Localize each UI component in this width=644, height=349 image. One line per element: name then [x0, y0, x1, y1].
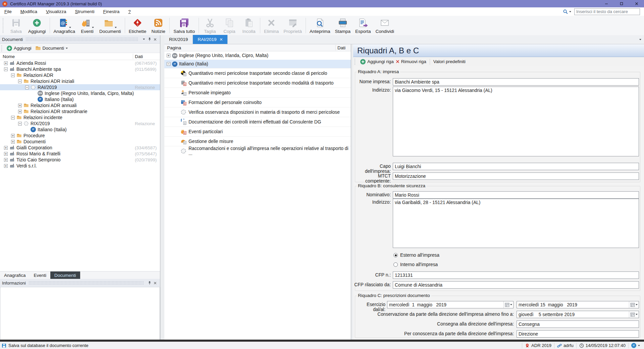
search-input[interactable]: [574, 8, 640, 15]
add-row-button[interactable]: Aggiungi riga: [360, 59, 394, 64]
menu-modifica[interactable]: Modifica: [16, 7, 42, 16]
tab-eventi[interactable]: Eventi: [30, 271, 51, 279]
taglia-button[interactable]: Taglia: [200, 17, 220, 35]
etichette-button[interactable]: Etichette: [126, 17, 149, 35]
expander-icon[interactable]: +: [4, 152, 8, 156]
tree-row[interactable]: +Tizio Caio Sempronio(020/7899): [0, 157, 160, 163]
page-row[interactable]: Personale impiegato: [164, 88, 351, 97]
tree-row[interactable]: ITItaliano (Italia): [0, 127, 160, 133]
expander-icon[interactable]: −: [18, 122, 22, 126]
toolbar-grip[interactable]: [355, 59, 357, 65]
expander-icon[interactable]: +: [4, 146, 8, 150]
tree-row[interactable]: +Rossi Mario & Fratelli(075/5647): [0, 151, 160, 157]
menu-visualizza[interactable]: Visualizza: [42, 7, 71, 16]
search-button[interactable]: [561, 9, 573, 15]
calendar-button[interactable]: [629, 301, 639, 308]
tree-row[interactable]: −Bianchi Ambiente spa(011/5699): [0, 66, 160, 72]
minimize-button[interactable]: [599, 0, 614, 7]
tree-row[interactable]: +Azienda Rossi(067/4597): [0, 60, 160, 66]
page-row[interactable]: Quantitativo merci pericolose trasportat…: [164, 68, 351, 78]
tree-row[interactable]: −Relazioni ADR: [0, 72, 160, 78]
tab-anagrafica[interactable]: Anagrafica: [0, 271, 30, 279]
expander-icon[interactable]: +: [4, 61, 8, 65]
tree-row[interactable]: +Relazioni ADR annuali: [0, 102, 160, 108]
chevron-down-icon[interactable]: [115, 27, 117, 28]
consegna-field[interactable]: Consegna: [517, 320, 639, 328]
tree-row[interactable]: +Documenti: [0, 139, 160, 145]
expander-icon[interactable]: −: [11, 73, 15, 77]
language-row-selected[interactable]: − IT Italiano (Italia): [164, 60, 351, 68]
column-dati[interactable]: Dati: [135, 54, 143, 59]
condividi-button[interactable]: Condividi: [373, 17, 397, 35]
tree-row[interactable]: −RIX/2019Relazione: [0, 120, 160, 127]
indirizzo-a-field[interactable]: via Giacomo Verdi, 15 - 15121 Alessandri…: [393, 87, 639, 156]
panel-splitter[interactable]: [160, 35, 164, 340]
proprieta-button[interactable]: Proprietà: [281, 17, 304, 35]
tree-row[interactable]: +Gialli Corporation(334/6587): [0, 145, 160, 151]
tree-row[interactable]: +Procedure: [0, 133, 160, 139]
menu-help[interactable]: ?: [124, 7, 135, 16]
nome-impresa-field[interactable]: Bianchi Ambiente spa: [393, 78, 639, 86]
chevron-down-icon[interactable]: [69, 27, 71, 28]
expander-icon[interactable]: +: [11, 140, 15, 144]
tree-row[interactable]: −Relazioni ADR iniziali: [0, 78, 160, 84]
conservazione-field[interactable]: giovedì 5 settembre 2019: [517, 311, 639, 318]
expander-icon[interactable]: +: [18, 110, 22, 113]
menu-strumenti[interactable]: Strumenti: [71, 7, 99, 16]
documents-dropdown[interactable]: Documenti: [35, 45, 68, 51]
capo-impresa-field[interactable]: Luigi Bianchi: [393, 163, 639, 170]
toolbar-grip[interactable]: [3, 18, 5, 33]
expander-icon[interactable]: −: [25, 86, 29, 89]
close-icon[interactable]: [152, 280, 158, 286]
cfp-field[interactable]: 1213131: [393, 271, 639, 279]
notizie-button[interactable]: Notizie: [149, 17, 168, 35]
copia-button[interactable]: Copia: [220, 17, 239, 35]
expander-icon[interactable]: +: [18, 104, 22, 107]
expander-icon[interactable]: −: [18, 80, 22, 83]
page-row[interactable]: Documentazione dei controlli interni eff…: [164, 117, 351, 127]
tree-header[interactable]: Nome Dati: [0, 53, 160, 60]
close-tab-icon[interactable]: [220, 38, 223, 41]
user-indicator[interactable]: adrfu: [554, 343, 576, 348]
calendar-button[interactable]: [503, 301, 513, 308]
expander-icon[interactable]: +: [11, 134, 15, 138]
tab-rix-2019[interactable]: RIX/2019: [164, 35, 193, 44]
tree-row[interactable]: +Verdi s.r.l.: [0, 163, 160, 169]
language-row[interactable]: + EN Inglese (Regno Unito, Irlanda, Cipr…: [164, 51, 351, 60]
radio-interno[interactable]: Interno all'impresa: [393, 262, 438, 267]
tab-rai-2019[interactable]: RAI/2019: [193, 35, 227, 44]
tab-documenti[interactable]: Documenti: [50, 271, 80, 279]
page-row[interactable]: Verifica osservanza disposizioni in mate…: [164, 107, 351, 117]
page-row[interactable]: Formazione del personale coinvolto: [164, 97, 351, 107]
expander-icon[interactable]: +: [167, 54, 170, 57]
page-row[interactable]: Eventi particolari: [164, 127, 351, 136]
menu-finestra[interactable]: Finestra: [99, 7, 124, 16]
tree-row[interactable]: ITItaliano (Italia): [0, 96, 160, 102]
pin-icon[interactable]: [147, 280, 152, 286]
chevron-down-icon[interactable]: [92, 27, 94, 28]
add-button[interactable]: Aggiungi: [26, 17, 48, 35]
date-from-field[interactable]: mercoledì 1 maggio 2019: [387, 301, 514, 308]
expander-icon[interactable]: +: [4, 164, 8, 168]
tree-row[interactable]: +Relazioni ADR straordinarie: [0, 108, 160, 114]
date-to-field[interactable]: mercoledì 15 maggio 2019: [517, 301, 639, 308]
default-values-button[interactable]: Valori predefiniti: [433, 59, 466, 64]
anagrafica-button[interactable]: Anagrafica: [51, 17, 78, 35]
close-icon[interactable]: [152, 37, 158, 42]
column-pagina[interactable]: Pagina: [164, 45, 181, 50]
expander-icon[interactable]: −: [11, 116, 15, 119]
calendar-button[interactable]: [629, 311, 639, 318]
remove-row-button[interactable]: Rimuovi riga: [396, 59, 426, 64]
expander-icon[interactable]: +: [4, 158, 8, 162]
incolla-button[interactable]: Incolla: [239, 17, 259, 35]
pages-header[interactable]: Pagina Dati: [164, 44, 351, 51]
save-button[interactable]: Salva: [6, 17, 26, 35]
documenti-button[interactable]: Documenti: [97, 17, 123, 35]
esporta-button[interactable]: Esporta: [353, 17, 373, 35]
adr-version-indicator[interactable]: ADR 2019: [522, 343, 554, 348]
conoscenza-field[interactable]: Direzione: [517, 330, 639, 338]
tree-row[interactable]: ENInglese (Regno Unito, Irlanda, Cipro, …: [0, 90, 160, 96]
elimina-button[interactable]: Elimina: [262, 17, 281, 35]
close-button[interactable]: [629, 0, 644, 7]
page-row[interactable]: Raccomandazioni e consigli all'impresa n…: [164, 146, 351, 156]
